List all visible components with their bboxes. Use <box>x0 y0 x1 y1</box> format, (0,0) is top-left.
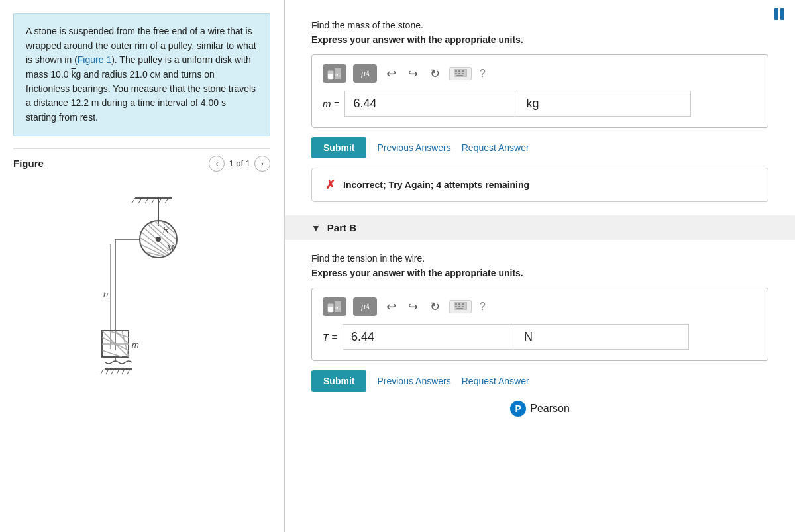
svg-rect-58 <box>328 304 333 307</box>
svg-line-44 <box>127 369 130 374</box>
svg-rect-65 <box>455 306 457 307</box>
svg-line-40 <box>106 369 109 374</box>
diagram-area: R M h <box>13 178 270 397</box>
undo-btn[interactable]: ↩ <box>384 65 399 82</box>
part-a-submit-row: Submit Previous Answers Request Answer <box>311 137 768 158</box>
part-b-unit-input[interactable] <box>513 324 689 350</box>
svg-rect-46 <box>328 71 333 74</box>
part-a-input-label: m = <box>323 98 339 109</box>
problem-text: A stone is suspended from the free end o… <box>13 13 270 136</box>
svg-rect-68 <box>456 308 463 309</box>
svg-rect-50 <box>455 70 457 72</box>
figure-section: Figure ‹ 1 of 1 › <box>13 148 270 397</box>
svg-rect-63 <box>458 303 460 305</box>
svg-line-34 <box>102 350 122 357</box>
part-a-answer-box: ab μÅ ↩ ↪ ↻ ? m = <box>311 54 768 128</box>
svg-point-20 <box>156 237 161 242</box>
diagram-svg: R M h <box>56 185 241 390</box>
part-a-question: Find the mass of the stone. <box>311 20 768 30</box>
figure-link[interactable]: Figure 1 <box>78 54 111 65</box>
svg-rect-62 <box>455 303 457 305</box>
part-b-help-icon[interactable]: ? <box>480 301 486 313</box>
part-a-unit-input[interactable] <box>515 91 691 117</box>
part-a-request-answer-link[interactable]: Request Answer <box>462 142 529 153</box>
right-panel: Find the mass of the stone. Express your… <box>285 0 795 532</box>
menu-icon[interactable] <box>774 8 784 20</box>
figure-nav: ‹ 1 of 1 › <box>209 156 270 172</box>
part-b-submit-row: Submit Previous Answers Request Answer <box>311 370 768 392</box>
svg-line-4 <box>152 198 155 203</box>
part-a-error-box: ✗ Incorrect; Try Again; 4 attempts remai… <box>311 168 768 202</box>
part-b-collapse-arrow[interactable]: ▼ <box>311 223 321 233</box>
part-b-section: Find the tension in the wire. Express yo… <box>311 253 768 417</box>
svg-rect-54 <box>458 73 460 74</box>
svg-line-3 <box>145 198 148 203</box>
mu-icon[interactable]: μÅ <box>353 64 377 83</box>
part-b-toolbar: ab μÅ ↩ ↪ ↻ ? <box>323 297 757 316</box>
part-a-input-row: m = <box>323 91 757 117</box>
svg-line-1 <box>132 198 135 203</box>
formula-icon[interactable]: ab <box>323 64 346 83</box>
redo-btn[interactable]: ↪ <box>405 65 421 82</box>
svg-line-39 <box>101 369 103 374</box>
pearson-text: Pearson <box>530 403 570 415</box>
part-b-mu-icon[interactable]: μÅ <box>353 297 377 316</box>
part-a-instruction: Express your answer with the appropriate… <box>311 34 768 45</box>
error-x-icon: ✗ <box>325 178 335 192</box>
svg-line-43 <box>122 369 125 374</box>
part-a-submit-btn[interactable]: Submit <box>311 137 366 158</box>
svg-rect-64 <box>462 303 464 305</box>
svg-line-2 <box>138 198 142 203</box>
svg-rect-51 <box>458 70 460 72</box>
refresh-btn[interactable]: ↻ <box>427 65 443 82</box>
svg-text:M: M <box>167 244 174 253</box>
part-b-instruction: Express your answer with the appropriate… <box>311 268 768 278</box>
figure-header: Figure ‹ 1 of 1 › <box>13 148 270 172</box>
part-b-input-row: T = <box>323 324 757 350</box>
part-b-answer-box: ab μÅ ↩ ↪ ↻ ? T = <box>311 288 768 361</box>
svg-text:h: h <box>103 290 108 299</box>
svg-rect-67 <box>462 306 464 307</box>
pearson-footer: P Pearson <box>311 401 768 417</box>
part-a-value-input[interactable] <box>344 91 515 117</box>
svg-line-6 <box>165 198 168 203</box>
figure-title: Figure <box>13 158 44 169</box>
svg-rect-53 <box>455 73 457 74</box>
part-b-value-input[interactable] <box>343 324 513 350</box>
part-b-question: Find the tension in the wire. <box>311 253 768 264</box>
svg-line-41 <box>111 369 114 374</box>
part-b-input-label: T = <box>323 331 337 343</box>
part-b-keyboard-btn[interactable] <box>449 300 472 313</box>
part-b-submit-btn[interactable]: Submit <box>311 370 366 392</box>
left-panel: A stone is suspended from the free end o… <box>0 0 285 532</box>
svg-line-42 <box>117 369 119 374</box>
svg-rect-56 <box>456 75 463 76</box>
error-text: Incorrect; Try Again; 4 attempts remaini… <box>343 180 529 190</box>
part-b-title: Part B <box>327 222 356 233</box>
part-b-request-answer-link[interactable]: Request Answer <box>462 376 529 386</box>
svg-text:R: R <box>163 225 169 235</box>
part-b-formula-icon[interactable]: ab <box>323 297 346 316</box>
part-a-prev-answers-link[interactable]: Previous Answers <box>377 142 450 153</box>
figure-nav-label: 1 of 1 <box>229 158 250 168</box>
part-a-section: Find the mass of the stone. Express your… <box>311 20 768 202</box>
svg-rect-66 <box>458 306 460 307</box>
part-a-toolbar: ab μÅ ↩ ↪ ↻ ? <box>323 64 757 83</box>
pearson-logo: P <box>510 401 526 417</box>
part-b-header[interactable]: ▼ Part B <box>285 215 795 240</box>
part-b-refresh-btn[interactable]: ↻ <box>427 298 443 315</box>
svg-rect-55 <box>462 73 464 74</box>
svg-text:ab: ab <box>335 72 341 78</box>
next-figure-btn[interactable]: › <box>254 156 270 172</box>
svg-line-16 <box>148 221 176 246</box>
svg-text:m: m <box>132 340 139 350</box>
part-b-redo-btn[interactable]: ↪ <box>405 298 421 315</box>
keyboard-btn[interactable] <box>449 67 472 80</box>
prev-figure-btn[interactable]: ‹ <box>209 156 225 172</box>
help-icon[interactable]: ? <box>480 68 486 80</box>
svg-rect-52 <box>462 70 464 72</box>
svg-text:ab: ab <box>335 305 341 311</box>
part-b-undo-btn[interactable]: ↩ <box>384 298 399 315</box>
part-b-prev-answers-link[interactable]: Previous Answers <box>377 376 450 386</box>
